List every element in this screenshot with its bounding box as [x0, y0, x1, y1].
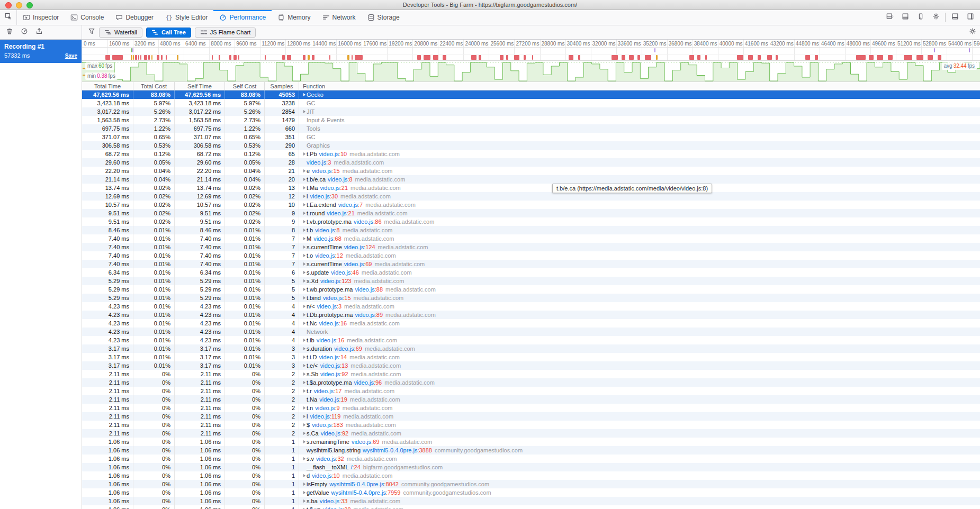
- function-file-link[interactable]: video.js: [354, 219, 373, 225]
- table-row[interactable]: 1.06 ms0%1.06 ms0%1wysihtml5.lang.string…: [82, 446, 980, 455]
- function-file-link[interactable]: video.js: [319, 354, 339, 360]
- function-file-link[interactable]: video.js: [355, 312, 374, 318]
- recording-item[interactable]: Recording #1 57332 ms Save: [0, 40, 82, 63]
- table-row[interactable]: 4.23 ms0.01%4.23 ms0.01%4Network: [82, 328, 980, 336]
- function-file-link[interactable]: video.js: [331, 269, 350, 276]
- dock-side-button[interactable]: [963, 10, 978, 25]
- function-file-link[interactable]: video.js: [312, 422, 331, 428]
- filter-button[interactable]: [88, 28, 95, 37]
- import-button[interactable]: [32, 25, 46, 39]
- table-row[interactable]: 8.46 ms0.01%8.46 ms0.01%8t.bvideo.js:8me…: [82, 226, 980, 234]
- function-file-link[interactable]: video.js: [354, 379, 374, 386]
- expand-arrow-icon[interactable]: [302, 483, 307, 486]
- function-file-link[interactable]: video.js: [320, 362, 340, 369]
- tab-memory[interactable]: Memory: [272, 10, 316, 25]
- table-row[interactable]: 371.07 ms0.65%371.07 ms0.65%351GC: [82, 133, 980, 141]
- column-header-function[interactable]: Function: [299, 82, 980, 90]
- element-picker-button[interactable]: [0, 10, 17, 25]
- tab-network[interactable]: Network: [317, 10, 362, 25]
- function-file-link[interactable]: wysihtml5-0.4.0pre.js: [331, 489, 386, 496]
- table-row[interactable]: 22.20 ms0.04%22.20 ms0.04%21evideo.js:15…: [82, 167, 980, 175]
- expand-arrow-icon[interactable]: [302, 322, 307, 325]
- function-file-link[interactable]: wysihtml5-0.4.0pre.js: [363, 447, 417, 453]
- table-row[interactable]: 1.06 ms0%1.06 ms0%1dvideo.js:10media.ads…: [82, 471, 980, 480]
- waterfall-view-button[interactable]: Waterfall: [99, 28, 142, 38]
- table-row[interactable]: 7.40 ms0.01%7.40 ms0.01%7Mvideo.js:68med…: [82, 234, 980, 243]
- minimize-window-button[interactable]: [16, 2, 22, 8]
- function-file-link[interactable]: video.js: [320, 371, 340, 377]
- table-row[interactable]: 7.40 ms0.01%7.40 ms0.01%7s.currentTimevi…: [82, 243, 980, 251]
- function-file-link[interactable]: video.js: [314, 388, 334, 394]
- column-header-self-cost[interactable]: Self Cost: [225, 82, 265, 90]
- expand-arrow-icon[interactable]: [302, 499, 307, 503]
- table-row[interactable]: 47,629.56 ms83.08%47,629.56 ms83.08%4505…: [82, 90, 980, 99]
- table-row[interactable]: 3.17 ms0.01%3.17 ms0.01%3t.i.Dvideo.js:1…: [82, 353, 980, 361]
- settings-button[interactable]: [928, 10, 943, 25]
- table-row[interactable]: 13.74 ms0.02%13.74 ms0.02%13t.Mavideo.js…: [82, 184, 980, 192]
- timeline-overview[interactable]: 0 ms1600 ms3200 ms4800 ms6400 ms8000 ms9…: [82, 40, 980, 61]
- function-file-link[interactable]: video.js: [315, 405, 335, 411]
- dock-mode-button[interactable]: [882, 10, 897, 25]
- expand-arrow-icon[interactable]: [302, 356, 307, 359]
- dial-button[interactable]: [17, 25, 31, 39]
- expand-arrow-icon[interactable]: [302, 203, 307, 206]
- function-file-link[interactable]: video.js: [312, 168, 331, 174]
- expand-arrow-icon[interactable]: [302, 296, 307, 299]
- expand-arrow-icon[interactable]: [302, 313, 307, 316]
- function-file-link[interactable]: video.js: [313, 235, 333, 242]
- tab-debugger[interactable]: Debugger: [110, 10, 159, 25]
- expand-arrow-icon[interactable]: [302, 339, 307, 342]
- split-console-button[interactable]: [897, 10, 913, 25]
- expand-arrow-icon[interactable]: [302, 305, 307, 308]
- function-file-link[interactable]: video.js: [319, 151, 339, 157]
- table-row[interactable]: 2.11 ms0%2.11 ms0%2t.rvideo.js:17media.a…: [82, 387, 980, 395]
- expand-arrow-icon[interactable]: [302, 178, 307, 181]
- function-file-link[interactable]: video.js: [310, 413, 329, 420]
- table-row[interactable]: 2.11 ms0%2.11 ms0%2t.nvideo.js:9media.ad…: [82, 404, 980, 412]
- expand-arrow-icon[interactable]: [302, 262, 307, 266]
- table-row[interactable]: 6.34 ms0.01%6.34 ms0.01%6s.updatevideo.j…: [82, 268, 980, 277]
- function-file-link[interactable]: video.js: [344, 244, 364, 250]
- call-tree-view-button[interactable]: Call Tree: [146, 28, 191, 38]
- performance-settings-button[interactable]: [969, 28, 976, 37]
- table-row[interactable]: 7.40 ms0.01%7.40 ms0.01%7t.ovideo.js:12m…: [82, 251, 980, 260]
- table-row[interactable]: 1,563.58 ms2.73%1,563.58 ms2.73%1479Inpu…: [82, 116, 980, 124]
- expand-arrow-icon[interactable]: [302, 406, 307, 410]
- expand-arrow-icon[interactable]: [302, 279, 307, 283]
- function-file-link[interactable]: video.js: [316, 456, 336, 462]
- table-row[interactable]: 1.06 ms0%1.06 ms0%1getValuewysihtml5-0.4…: [82, 488, 980, 497]
- table-row[interactable]: 1.06 ms0%1.06 ms0%1__flash__toXML/:24big…: [82, 463, 980, 471]
- expand-arrow-icon[interactable]: [302, 271, 307, 274]
- responsive-mode-button[interactable]: [913, 10, 928, 25]
- tab-storage[interactable]: Storage: [362, 10, 406, 25]
- function-file-link[interactable]: video.js: [317, 303, 337, 310]
- table-row[interactable]: 5.29 ms0.01%5.29 ms0.01%5t.bindvideo.js:…: [82, 294, 980, 302]
- table-row[interactable]: 10.57 ms0.02%10.57 ms0.02%10t.Ea.extendv…: [82, 201, 980, 209]
- function-file-link[interactable]: video.js: [315, 227, 335, 233]
- clear-button[interactable]: [3, 25, 16, 39]
- table-row[interactable]: 5.29 ms0.01%5.29 ms0.01%5s.Xdvideo.js:12…: [82, 277, 980, 285]
- table-row[interactable]: 3,017.22 ms5.26%3,017.22 ms5.26%2854JIT: [82, 107, 980, 116]
- table-row[interactable]: 7.40 ms0.01%7.40 ms0.01%7s.currentTimevi…: [82, 260, 980, 268]
- column-header-total-cost[interactable]: Total Cost: [133, 82, 175, 90]
- function-file-link[interactable]: video.js: [338, 202, 358, 208]
- expand-arrow-icon[interactable]: [302, 432, 307, 435]
- table-row[interactable]: 1.06 ms0%1.06 ms0%1s.vvideo.js:32media.a…: [82, 455, 980, 463]
- table-row[interactable]: 3.17 ms0.01%3.17 ms0.01%3s.durationvideo…: [82, 344, 980, 353]
- zoom-window-button[interactable]: [26, 2, 33, 8]
- expand-arrow-icon[interactable]: [302, 169, 307, 172]
- expand-arrow-icon[interactable]: [302, 423, 307, 426]
- expand-arrow-icon[interactable]: [302, 491, 307, 494]
- function-file-link[interactable]: video.js: [321, 430, 340, 437]
- table-row[interactable]: 2.11 ms0%2.11 ms0%2t.Navideo.js:19media.…: [82, 395, 980, 404]
- expand-arrow-icon[interactable]: [302, 212, 307, 215]
- expand-arrow-icon[interactable]: [302, 364, 307, 367]
- expand-arrow-icon[interactable]: [302, 229, 307, 232]
- function-file-link[interactable]: video.js: [317, 337, 336, 343]
- table-row[interactable]: 3.17 ms0.01%3.17 ms0.01%3t.e/<video.js:1…: [82, 361, 980, 370]
- table-row[interactable]: 2.11 ms0%2.11 ms0%2s.Cavideo.js:92media.…: [82, 429, 980, 438]
- table-row[interactable]: 21.14 ms0.04%21.14 ms0.04%20t.b/e.cavide…: [82, 175, 980, 184]
- table-row[interactable]: 9.51 ms0.02%9.51 ms0.02%9t.vb.prototype.…: [82, 217, 980, 226]
- column-header-total-time[interactable]: Total Time: [82, 82, 133, 90]
- function-file-link[interactable]: video.js: [315, 252, 335, 259]
